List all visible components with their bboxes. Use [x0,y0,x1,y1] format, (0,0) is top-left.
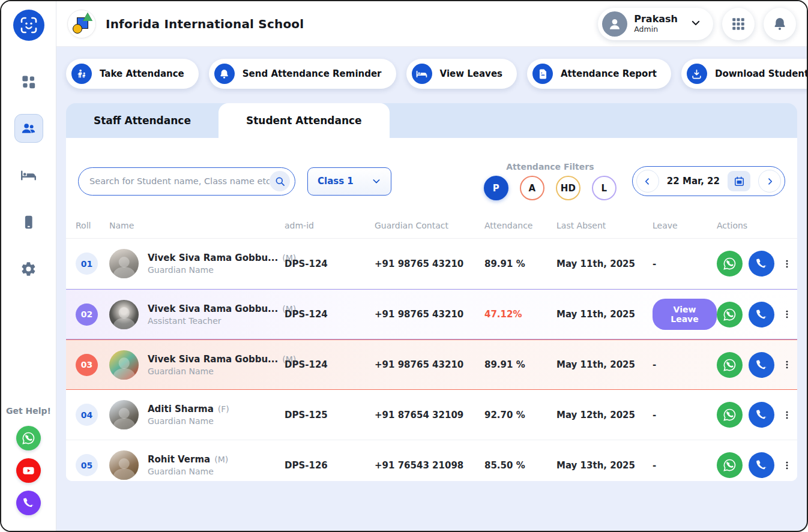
quick-actions: Take Attendance Send Attendance Reminder… [66,59,797,89]
guardian-contact: +91 98765 43210 [375,309,484,320]
last-absent: May 11th, 2025 [556,359,653,370]
guardian-contact: +91 87654 32109 [375,410,484,420]
row-menu-button[interactable] [780,309,794,320]
action-label: Take Attendance [100,68,184,79]
student-subtitle: Guardian Name [148,467,228,476]
action-label: Attendance Report [561,68,657,79]
action-button-attendance-report[interactable]: Attendance Report [527,59,671,89]
filters-row: Class 1 Attendance Filters PAHDL 22 Mar,… [66,138,797,200]
call-button[interactable] [749,251,774,276]
adm-id: DPS-124 [285,359,375,370]
call-button[interactable] [749,302,774,327]
bell-icon [772,16,788,32]
help-whatsapp-button[interactable] [16,426,41,450]
take-attendance-icon [71,64,92,84]
class-dropdown[interactable]: Class 1 [307,167,391,196]
search-icon[interactable] [270,171,290,191]
table-row: 01 Vivek Siva Rama Gobbu... (M) Guardian… [66,239,797,289]
search-input[interactable] [89,176,270,186]
chevron-down-icon [372,176,381,186]
table-body: 01 Vivek Siva Rama Gobbu... (M) Guardian… [66,239,797,481]
chevron-left-icon [643,177,652,186]
adm-id: DPS-124 [285,259,375,269]
sidebar-item-settings[interactable] [14,254,43,283]
chevron-right-icon [765,177,774,186]
chevron-down-icon [690,17,701,31]
kebab-icon [782,259,792,269]
action-button-send-attendance-reminder[interactable]: Send Attendance Reminder [209,59,396,89]
col-actions: Actions [717,221,788,230]
student-gender: (F) [218,404,229,414]
filter-chip-a[interactable]: A [520,176,544,200]
row-menu-button[interactable] [780,410,794,420]
help-phone-button[interactable] [16,491,41,515]
sidebar-item-students[interactable] [14,114,43,143]
attendance-percent: 85.50 % [484,460,556,471]
table-row: 05 Rohit Verma (M) Guardian Name DPS-126… [66,440,797,481]
whatsapp-button[interactable] [717,452,743,478]
apps-grid-icon [731,16,746,32]
sidebar-item-devices[interactable] [14,208,43,236]
action-button-view-leaves[interactable]: View Leaves [406,59,517,89]
kebab-icon [782,309,792,320]
adm-id: DPS-126 [285,460,375,471]
call-button[interactable] [749,402,774,428]
table-header: RollNameadm-idGuardian ContactAttendance… [66,212,797,239]
phone-icon [755,358,768,372]
whatsapp-button[interactable] [717,251,743,276]
whatsapp-icon [723,408,737,422]
topbar: Inforida International School Prakash Ad… [56,1,807,47]
row-menu-button[interactable] [780,359,794,370]
profile-menu[interactable]: Prakash Admin [598,8,713,40]
phone-icon [755,308,768,321]
view-leave-button[interactable]: View Leave [653,299,717,330]
roll-badge: 05 [76,454,98,476]
student-subtitle: Guardian Name [148,366,285,376]
whatsapp-button[interactable] [717,402,743,428]
attendance-filters-label: Attendance Filters [506,162,594,172]
content: Take Attendance Send Attendance Reminder… [56,47,807,531]
attendance-percent: 89.91 % [484,359,556,370]
tab-staff-attendance[interactable]: Staff Attendance [66,103,219,138]
profile-role: Admin [634,25,678,34]
filter-chip-l[interactable]: L [592,176,617,200]
tab-student-attendance[interactable]: Student Attendance [219,103,390,138]
notifications-button[interactable] [764,8,796,40]
student-avatar [109,249,139,278]
last-absent: May 12th, 2025 [556,410,653,420]
action-button-take-attendance[interactable]: Take Attendance [66,59,199,89]
bed-icon [412,64,432,84]
roll-badge: 03 [76,354,98,376]
call-button[interactable] [749,352,774,378]
prev-date-button[interactable] [636,170,659,193]
sidebar: Get Help! [1,1,56,531]
row-menu-button[interactable] [780,259,794,269]
filter-chip-hd[interactable]: HD [556,176,580,200]
call-button[interactable] [749,452,774,478]
action-button-download-student-list[interactable]: Download Student List [681,59,808,89]
apps-grid-button[interactable] [722,8,755,40]
profile-avatar-icon [602,11,627,37]
next-date-button[interactable] [758,170,781,193]
last-absent: May 11th, 2025 [556,259,653,269]
guardian-contact: +91 76543 21098 [375,460,484,471]
whatsapp-button[interactable] [717,302,743,327]
help-youtube-button[interactable] [16,458,41,483]
roll-badge: 02 [76,303,98,326]
phone-icon [755,458,768,472]
attendance-filters: Attendance Filters PAHDL [484,162,617,200]
row-menu-button[interactable] [780,460,794,471]
sidebar-item-dashboard[interactable] [14,67,43,96]
leave-cell: - [653,359,717,370]
filter-chip-p[interactable]: P [484,176,508,200]
student-name: Aditi Sharma [148,404,214,414]
sidebar-item-hostel[interactable] [14,161,43,190]
adm-id: DPS-125 [285,410,375,420]
col-roll: Roll [76,221,109,230]
table-row: 02 Vivek Siva Rama Gobbu... (M) Assistan… [66,289,797,339]
whatsapp-button[interactable] [717,352,743,378]
download-icon [687,64,707,84]
calendar-button[interactable] [728,171,750,191]
leave-cell: - [653,259,717,269]
student-name: Vivek Siva Rama Gobbu... [148,253,278,263]
